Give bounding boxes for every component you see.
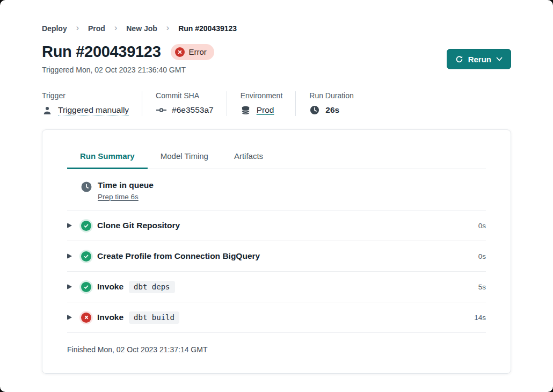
breadcrumb-deploy[interactable]: Deploy — [42, 24, 67, 33]
step-duration: 0s — [478, 222, 486, 230]
step-row-dbt-deps[interactable]: Invoke dbt deps 5s — [67, 272, 486, 302]
breadcrumb-prod[interactable]: Prod — [88, 24, 105, 33]
x-circle-icon — [81, 313, 91, 323]
check-circle-icon — [81, 282, 91, 292]
run-details-card: Run Summary Model Timing Artifacts Time … — [42, 129, 511, 374]
error-icon — [175, 47, 185, 57]
metadata-environment: Environment Prod — [241, 91, 296, 116]
tab-artifacts[interactable]: Artifacts — [221, 151, 276, 169]
time-in-queue-row: Time in queue Prep time 6s — [67, 169, 486, 210]
metadata-label: Run Duration — [309, 91, 354, 100]
chevron-right-icon: › — [76, 24, 79, 32]
run-details-page: Deploy › Prod › New Job › Run #200439123… — [0, 0, 553, 392]
chevron-right-icon: › — [166, 24, 169, 32]
caret-right-icon[interactable] — [67, 223, 74, 228]
check-circle-icon — [81, 251, 91, 262]
step-name: Invoke — [97, 313, 123, 322]
chevron-right-icon: › — [114, 24, 117, 32]
step-row-dbt-build[interactable]: Invoke dbt build 14s — [67, 302, 486, 333]
run-metadata: Trigger Triggered manually Commit SHA #6… — [42, 91, 511, 116]
caret-right-icon[interactable] — [67, 315, 74, 320]
rerun-button-label: Rerun — [468, 55, 491, 64]
caret-right-icon[interactable] — [67, 253, 74, 259]
breadcrumb-new-job[interactable]: New Job — [126, 24, 157, 33]
metadata-commit-sha: Commit SHA #6e3553a7 — [156, 91, 227, 116]
check-circle-icon — [81, 221, 91, 231]
rerun-button[interactable]: Rerun — [447, 49, 511, 69]
step-command-chip: dbt deps — [129, 281, 174, 293]
finished-timestamp: Finished Mon, 02 Oct 2023 21:37:14 GMT — [67, 333, 486, 354]
step-row-clone-git[interactable]: Clone Git Repository 0s — [67, 210, 486, 241]
metadata-label: Trigger — [42, 91, 129, 100]
breadcrumb: Deploy › Prod › New Job › Run #200439123 — [42, 0, 511, 33]
run-duration-value: 26s — [325, 105, 339, 115]
triggered-timestamp: Triggered Mon, 02 Oct 2023 21:36:40 GMT — [42, 66, 511, 74]
metadata-run-duration: Run Duration 26s — [309, 91, 367, 116]
prep-time-link[interactable]: Prep time 6s — [98, 193, 139, 201]
tab-run-summary[interactable]: Run Summary — [67, 151, 148, 169]
step-row-create-profile[interactable]: Create Profile from Connection BigQuery … — [67, 241, 486, 272]
step-name: Create Profile from Connection BigQuery — [97, 251, 260, 261]
environment-link[interactable]: Prod — [257, 105, 274, 115]
user-icon — [42, 106, 53, 115]
metadata-label: Commit SHA — [156, 91, 214, 100]
page-title: Run #200439123 — [42, 43, 161, 61]
git-commit-icon — [156, 107, 166, 113]
breadcrumb-current-run: Run #200439123 — [178, 24, 237, 33]
tab-bar: Run Summary Model Timing Artifacts — [67, 130, 486, 169]
tab-model-timing[interactable]: Model Timing — [148, 151, 221, 169]
step-duration: 0s — [478, 252, 486, 260]
trigger-value: Triggered manually — [58, 105, 129, 116]
metadata-trigger: Trigger Triggered manually — [42, 91, 142, 116]
chevron-down-icon — [496, 57, 503, 62]
status-badge-label: Error — [189, 47, 207, 56]
database-icon — [241, 106, 251, 115]
clock-icon — [309, 105, 320, 115]
commit-sha-value: #6e3553a7 — [172, 105, 214, 115]
queue-title: Time in queue — [98, 180, 154, 190]
step-duration: 5s — [478, 283, 486, 291]
caret-right-icon[interactable] — [67, 284, 74, 289]
step-command-chip: dbt build — [129, 311, 179, 324]
status-badge: Error — [171, 44, 214, 60]
refresh-icon — [455, 55, 463, 63]
step-name: Clone Git Repository — [97, 221, 180, 230]
metadata-label: Environment — [241, 91, 283, 100]
step-name: Invoke — [97, 282, 123, 292]
clock-icon — [81, 182, 92, 192]
step-duration: 14s — [474, 314, 486, 322]
